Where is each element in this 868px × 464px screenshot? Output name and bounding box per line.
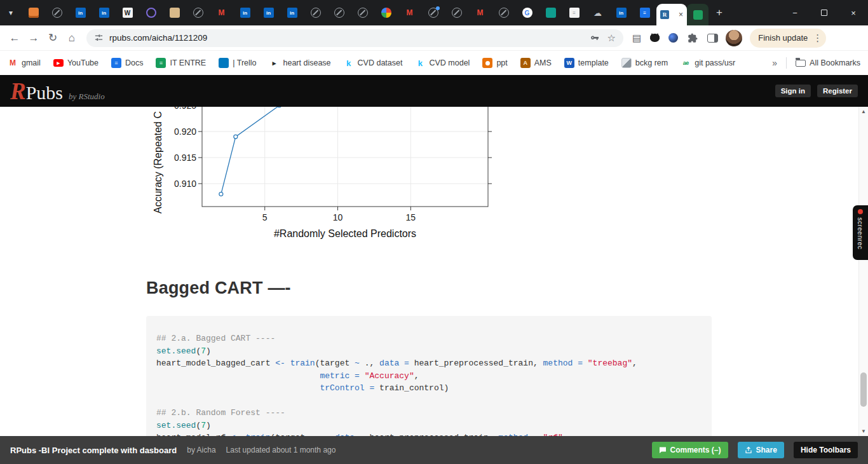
tab-linkedin[interactable]: in xyxy=(233,0,257,25)
forward-button[interactable]: → xyxy=(24,29,43,48)
kaggle-icon: k xyxy=(415,58,425,68)
tab-google[interactable]: G xyxy=(515,0,539,25)
new-tab-button[interactable]: + xyxy=(709,0,730,25)
bookmark-item[interactable]: | Trello xyxy=(219,58,256,68)
gmail-icon: M xyxy=(405,8,415,18)
close-tab-icon[interactable]: × xyxy=(679,11,683,18)
profile-avatar[interactable] xyxy=(726,30,742,46)
active-tab[interactable]: R × xyxy=(656,4,687,25)
svg-text:15: 15 xyxy=(406,212,416,222)
side-panel-icon[interactable] xyxy=(707,34,718,43)
bookmark-item[interactable]: Mgmail xyxy=(8,58,41,68)
all-bookmarks-button[interactable]: All Bookmarks xyxy=(796,58,860,67)
svg-text:#Randomly Selected Predictors: #Randomly Selected Predictors xyxy=(274,228,416,239)
tab-blocked-site[interactable] xyxy=(351,0,374,25)
bookmark-item[interactable]: ≡IT ENTRE xyxy=(156,58,206,68)
site-settings-icon[interactable] xyxy=(94,33,104,43)
bookmark-item[interactable]: ppt xyxy=(482,58,507,68)
gmail-icon: M xyxy=(8,58,18,68)
reload-button[interactable]: ↻ xyxy=(43,29,62,48)
address-bar[interactable]: rpubs.com/aicha/1121209 ☆ xyxy=(86,29,623,47)
sphere-extension-icon[interactable] xyxy=(668,33,678,43)
bookmarks-overflow-icon[interactable]: » xyxy=(772,58,777,68)
share-button[interactable]: Share xyxy=(738,442,784,458)
tab-orange-mascot[interactable] xyxy=(22,0,45,25)
tab-search-button[interactable]: ▾ xyxy=(0,0,22,25)
tab-cloud[interactable]: ☁ xyxy=(586,0,609,25)
tab-linkedin[interactable]: in xyxy=(92,0,116,25)
tab-pdf[interactable]: ≡ xyxy=(562,0,586,25)
tab-linkedin[interactable]: in xyxy=(69,0,92,25)
tab-blocked-site[interactable] xyxy=(445,0,468,25)
minimize-icon: − xyxy=(792,8,797,18)
rpubs-logo[interactable]: R Pubs by RStudio xyxy=(10,79,105,103)
svg-text:0.910: 0.910 xyxy=(174,179,196,189)
bookmark-item[interactable]: ≡Docs xyxy=(111,58,143,68)
hide-toolbars-button[interactable]: Hide Toolbars xyxy=(794,442,858,458)
close-window-button[interactable]: × xyxy=(839,0,868,25)
tab-linkedin[interactable]: in xyxy=(257,0,280,25)
linkedin-icon: in xyxy=(287,8,297,18)
tab-blocked-site[interactable] xyxy=(186,0,210,25)
page-content: 510150.9100.9150.9200.925#Randomly Selec… xyxy=(0,107,858,436)
bookmark-item[interactable]: kCVD dataset xyxy=(344,58,403,68)
bookmark-label: YouTube xyxy=(67,58,98,67)
sign-in-button[interactable]: Sign in xyxy=(775,85,811,97)
tab-green-app[interactable] xyxy=(539,0,562,25)
extensions-puzzle-icon[interactable] xyxy=(687,32,698,44)
tab-gmail[interactable]: M xyxy=(210,0,233,25)
last-updated: Last updated about 1 month ago xyxy=(226,446,336,454)
scrollbar-thumb[interactable] xyxy=(860,372,867,407)
tab-tan-app[interactable] xyxy=(163,0,186,25)
tab-linkedin[interactable]: in xyxy=(280,0,304,25)
tab-group-green[interactable] xyxy=(687,4,709,25)
back-button[interactable]: ← xyxy=(5,29,24,48)
comments-label: Comments (–) xyxy=(670,446,721,454)
bookmark-item[interactable]: Wtemplate xyxy=(564,58,609,68)
password-key-icon[interactable] xyxy=(590,33,600,43)
finish-update-button[interactable]: Finish update ⋮ xyxy=(750,29,826,48)
register-button[interactable]: Register xyxy=(817,85,858,97)
tan-app-icon xyxy=(170,8,180,18)
maximize-button[interactable] xyxy=(810,0,839,25)
bookmark-item[interactable]: AAMS xyxy=(520,58,552,68)
code-line: set.seed(7) xyxy=(156,345,712,358)
extensions-area: ▤ xyxy=(632,32,718,44)
tab-blocked-site[interactable] xyxy=(327,0,351,25)
tab-linkedin[interactable]: in xyxy=(609,0,633,25)
bookmark-label: | Trello xyxy=(233,58,256,67)
maximize-icon xyxy=(821,10,827,16)
tab-blue-doc[interactable]: ≡ xyxy=(633,0,656,25)
tab-blocked-site[interactable] xyxy=(304,0,327,25)
browser-menu-kebab-icon[interactable]: ⋮ xyxy=(813,32,822,44)
svg-text:5: 5 xyxy=(262,212,268,222)
scroll-up-arrow[interactable]: ▲ xyxy=(859,107,868,116)
svg-text:10: 10 xyxy=(333,212,343,222)
cat-extension-icon[interactable] xyxy=(650,34,660,42)
bookmark-item[interactable]: ▸YouTube xyxy=(53,58,98,67)
page-scrollbar[interactable]: ▲ ▼ xyxy=(858,107,868,436)
tab-purple-ring[interactable] xyxy=(139,0,163,25)
tab-gmail[interactable]: M xyxy=(398,0,421,25)
bookmark-item[interactable]: aegit pass/usr xyxy=(681,58,735,68)
code-line: heart_model_bagged_cart <- train(target … xyxy=(156,357,712,370)
tab-gmail[interactable]: M xyxy=(468,0,492,25)
tab-blocked-site[interactable] xyxy=(492,0,515,25)
tab-blocked-site-dot[interactable] xyxy=(421,0,445,25)
reading-list-icon[interactable]: ▤ xyxy=(632,32,641,44)
bookmark-star-icon[interactable]: ☆ xyxy=(607,32,616,44)
rpubs-byline: by RStudio xyxy=(69,92,105,102)
pinwheel-icon xyxy=(381,8,391,18)
tab-blocked-site[interactable] xyxy=(45,0,69,25)
comments-button[interactable]: Comments (–) xyxy=(652,442,728,458)
screenrec-widget[interactable]: screenrec xyxy=(853,205,868,260)
bookmark-item[interactable]: ▸heart disease xyxy=(269,58,331,68)
minimize-button[interactable]: − xyxy=(780,0,810,25)
bookmark-item[interactable]: kCVD model xyxy=(415,58,470,68)
scroll-down-arrow[interactable]: ▼ xyxy=(859,426,868,436)
tab-pinwheel[interactable] xyxy=(374,0,398,25)
bookmark-item[interactable]: bckg rem xyxy=(621,58,668,68)
bookmark-label: gmail xyxy=(22,58,41,67)
home-button[interactable]: ⌂ xyxy=(62,29,81,48)
tab-wiki[interactable]: W xyxy=(116,0,139,25)
